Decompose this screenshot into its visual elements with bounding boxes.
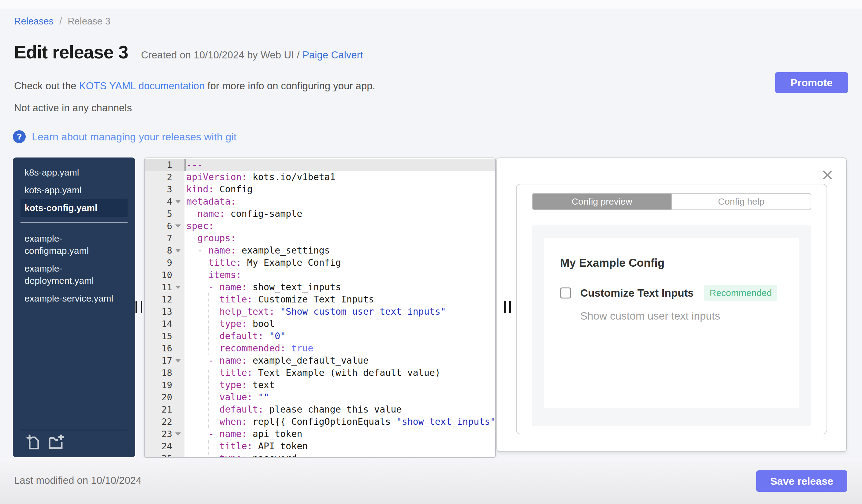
fold-arrow-icon[interactable] bbox=[175, 249, 181, 252]
gutter-cell[interactable]: 2 bbox=[145, 171, 184, 183]
editor-line-23[interactable]: 23 - name: api_token bbox=[145, 428, 495, 440]
code-cell[interactable]: default: "0" bbox=[184, 330, 495, 342]
editor-line-1[interactable]: 1--- bbox=[145, 159, 495, 171]
editor-line-10[interactable]: 10 items: bbox=[145, 269, 495, 281]
sidebar-item-example-deployment.yaml[interactable]: example-deployment.yaml bbox=[21, 260, 128, 290]
gutter-cell[interactable]: 24 bbox=[145, 440, 184, 452]
fold-arrow-icon[interactable] bbox=[175, 225, 181, 228]
code-cell[interactable]: default: please change this value bbox=[184, 403, 495, 416]
code-cell[interactable]: help_text: "Show custom user text inputs… bbox=[184, 306, 495, 318]
editor-line-5[interactable]: 5 name: config-sample bbox=[145, 208, 495, 220]
code-cell[interactable]: - name: show_text_inputs bbox=[184, 281, 495, 293]
editor-line-14[interactable]: 14 type: bool bbox=[145, 318, 495, 330]
save-release-button[interactable]: Save release bbox=[756, 470, 847, 492]
gutter-cell[interactable]: 6 bbox=[145, 220, 184, 232]
code-cell[interactable]: spec: bbox=[184, 220, 495, 232]
editor-line-17[interactable]: 17 - name: example_default_value bbox=[145, 355, 495, 367]
kots-yaml-docs-link[interactable]: KOTS YAML documentation bbox=[79, 80, 205, 91]
gutter-cell[interactable]: 9 bbox=[145, 256, 184, 269]
editor-line-6[interactable]: 6spec: bbox=[145, 220, 495, 232]
gutter-cell[interactable]: 5 bbox=[145, 208, 184, 220]
editor-line-19[interactable]: 19 type: text bbox=[145, 379, 495, 391]
sidebar-item-kots-config.yaml[interactable]: kots-config.yaml bbox=[21, 199, 128, 217]
code-cell[interactable]: type: text bbox=[184, 379, 495, 391]
gutter-cell[interactable]: 25 bbox=[145, 452, 184, 458]
code-cell[interactable]: when: repl{{ ConfigOptionEquals "show_te… bbox=[184, 416, 495, 428]
editor-line-22[interactable]: 22 when: repl{{ ConfigOptionEquals "show… bbox=[145, 416, 495, 428]
sidebar-item-k8s-app.yaml[interactable]: k8s-app.yaml bbox=[21, 164, 128, 181]
gutter-cell[interactable]: 21 bbox=[145, 403, 184, 416]
close-icon[interactable] bbox=[821, 169, 834, 181]
gutter-cell[interactable]: 3 bbox=[145, 183, 184, 196]
editor-line-18[interactable]: 18 title: Text Example (with default val… bbox=[145, 367, 495, 379]
gutter-cell[interactable]: 22 bbox=[145, 416, 184, 428]
add-file-icon[interactable] bbox=[26, 435, 40, 451]
code-cell[interactable]: name: config-sample bbox=[184, 208, 495, 220]
gutter-cell[interactable]: 20 bbox=[145, 391, 184, 403]
gutter-cell[interactable]: 8 bbox=[145, 244, 184, 256]
editor-line-7[interactable]: 7 groups: bbox=[145, 232, 495, 244]
git-releases-link[interactable]: Learn about managing your releases with … bbox=[32, 131, 236, 143]
customize-text-inputs-checkbox[interactable] bbox=[560, 288, 571, 299]
code-cell[interactable]: type: password bbox=[184, 452, 495, 458]
gutter-cell[interactable]: 4 bbox=[145, 196, 184, 208]
gutter-cell[interactable]: 13 bbox=[145, 306, 184, 318]
editor-line-8[interactable]: 8 - name: example_settings bbox=[145, 244, 495, 256]
tab-config-help[interactable]: Config help bbox=[671, 194, 811, 210]
editor-line-15[interactable]: 15 default: "0" bbox=[145, 330, 495, 342]
add-folder-icon[interactable] bbox=[48, 435, 64, 451]
gutter-cell[interactable]: 12 bbox=[145, 293, 184, 306]
code-cell[interactable]: apiVersion: kots.io/v1beta1 bbox=[184, 171, 495, 183]
tab-config-preview[interactable]: Config preview bbox=[533, 194, 671, 210]
gutter-cell[interactable]: 15 bbox=[145, 330, 184, 342]
gutter-cell[interactable]: 17 bbox=[145, 355, 184, 367]
code-cell[interactable]: title: API token bbox=[184, 440, 495, 452]
code-cell[interactable]: metadata: bbox=[184, 196, 495, 208]
editor-line-25[interactable]: 25 type: password bbox=[145, 452, 495, 458]
code-cell[interactable]: recommended: true bbox=[184, 342, 495, 355]
code-cell[interactable]: title: Customize Text Inputs bbox=[184, 293, 495, 306]
gutter-cell[interactable]: 23 bbox=[145, 428, 184, 440]
gutter-cell[interactable]: 11 bbox=[145, 281, 184, 293]
gutter-cell[interactable]: 18 bbox=[145, 367, 184, 379]
sidebar-item-example-service.yaml[interactable]: example-service.yaml bbox=[21, 290, 128, 307]
editor-line-4[interactable]: 4metadata: bbox=[145, 196, 495, 208]
gutter-cell[interactable]: 14 bbox=[145, 318, 184, 330]
code-cell[interactable]: title: Text Example (with default value) bbox=[184, 367, 495, 379]
editor-line-11[interactable]: 11 - name: show_text_inputs bbox=[145, 281, 495, 293]
editor-line-13[interactable]: 13 help_text: "Show custom user text inp… bbox=[145, 306, 495, 318]
sidebar-resize-handle[interactable] bbox=[135, 301, 142, 313]
sidebar-item-kots-app.yaml[interactable]: kots-app.yaml bbox=[21, 181, 128, 199]
gutter-cell[interactable]: 16 bbox=[145, 342, 184, 355]
code-cell[interactable]: type: bool bbox=[184, 318, 495, 330]
fold-arrow-icon[interactable] bbox=[175, 286, 181, 289]
code-cell[interactable]: --- bbox=[184, 159, 495, 171]
editor-line-9[interactable]: 9 title: My Example Config bbox=[145, 256, 495, 269]
code-cell[interactable]: items: bbox=[184, 269, 495, 281]
code-cell[interactable]: kind: Config bbox=[184, 183, 495, 196]
code-cell[interactable]: groups: bbox=[184, 232, 495, 244]
gutter-cell[interactable]: 19 bbox=[145, 379, 184, 391]
editor-line-2[interactable]: 2apiVersion: kots.io/v1beta1 bbox=[145, 171, 495, 183]
fold-arrow-icon[interactable] bbox=[175, 359, 181, 362]
preview-resize-handle[interactable] bbox=[504, 301, 511, 313]
breadcrumb-releases-link[interactable]: Releases bbox=[14, 16, 53, 27]
created-by-link[interactable]: Paige Calvert bbox=[302, 49, 363, 61]
code-cell[interactable]: - name: example_default_value bbox=[184, 355, 495, 367]
gutter-cell[interactable]: 10 bbox=[145, 269, 184, 281]
promote-button[interactable]: Promote bbox=[775, 72, 848, 93]
code-cell[interactable]: title: My Example Config bbox=[184, 256, 495, 269]
code-cell[interactable]: - name: example_settings bbox=[184, 244, 495, 256]
fold-arrow-icon[interactable] bbox=[175, 433, 181, 436]
yaml-editor[interactable]: 1---2apiVersion: kots.io/v1beta13kind: C… bbox=[144, 158, 496, 458]
sidebar-item-example-configmap.yaml[interactable]: example-configmap.yaml bbox=[21, 230, 128, 260]
editor-line-21[interactable]: 21 default: please change this value bbox=[145, 403, 495, 416]
editor-line-16[interactable]: 16 recommended: true bbox=[145, 342, 495, 355]
editor-line-24[interactable]: 24 title: API token bbox=[145, 440, 495, 452]
gutter-cell[interactable]: 7 bbox=[145, 232, 184, 244]
gutter-cell[interactable]: 1 bbox=[145, 159, 184, 171]
code-cell[interactable]: value: "" bbox=[184, 391, 495, 403]
editor-line-20[interactable]: 20 value: "" bbox=[145, 391, 495, 403]
editor-line-12[interactable]: 12 title: Customize Text Inputs bbox=[145, 293, 495, 306]
fold-arrow-icon[interactable] bbox=[175, 200, 181, 203]
